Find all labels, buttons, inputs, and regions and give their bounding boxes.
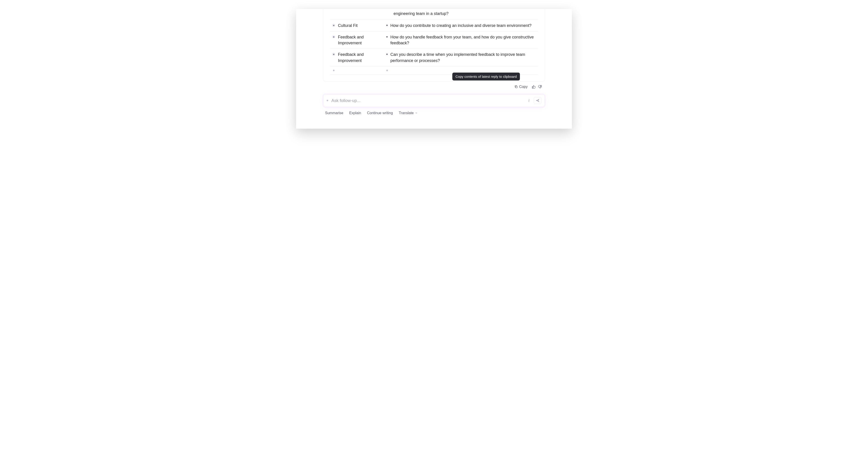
input-bullet-icon bbox=[327, 100, 328, 101]
truncated-preceding-text: engineering team in a startup? bbox=[330, 9, 538, 20]
table-row: Feedback and ImprovementHow do you handl… bbox=[330, 31, 538, 49]
followup-input-row: i bbox=[323, 94, 545, 107]
category-cell: Feedback and Improvement bbox=[330, 49, 384, 66]
question-text: How do you contribute to creating an inc… bbox=[391, 23, 536, 29]
question-cell: How do you contribute to creating an inc… bbox=[384, 20, 538, 31]
question-cell: Can you describe a time when you impleme… bbox=[384, 49, 538, 66]
question-text: How do you handle feedback from your tea… bbox=[391, 34, 536, 46]
bullet-icon bbox=[332, 24, 335, 27]
copy-tooltip: Copy contents of latest reply to clipboa… bbox=[452, 72, 520, 81]
suggestion-summarise[interactable]: Summarise bbox=[325, 111, 343, 115]
chevron-down-icon bbox=[415, 112, 417, 114]
question-text: Can you describe a time when you impleme… bbox=[391, 52, 536, 63]
reply-actions: Copy contents of latest reply to clipboa… bbox=[323, 82, 545, 89]
bullet-icon bbox=[386, 25, 388, 26]
bullet-icon bbox=[386, 36, 388, 37]
suggestion-translate-label: Translate bbox=[399, 111, 414, 115]
italic-info-button[interactable]: i bbox=[525, 97, 533, 104]
category-text: Cultural Fit bbox=[338, 23, 383, 29]
category-cell bbox=[330, 66, 384, 74]
suggestion-row: Summarise Explain Continue writing Trans… bbox=[323, 107, 545, 115]
svg-rect-0 bbox=[516, 86, 518, 88]
feedback-group bbox=[532, 85, 542, 89]
bullet-icon bbox=[386, 54, 388, 55]
category-text: Feedback and Improvement bbox=[338, 34, 383, 46]
table-row: Feedback and ImprovementCan you describe… bbox=[330, 49, 538, 66]
bullet-icon bbox=[333, 70, 335, 71]
input-action-icons: i bbox=[525, 97, 541, 104]
suggestion-translate[interactable]: Translate bbox=[399, 111, 417, 115]
category-cell: Cultural Fit bbox=[330, 20, 384, 31]
thumbs-up-button[interactable] bbox=[532, 85, 536, 89]
copy-icon bbox=[515, 85, 518, 88]
reply-card: engineering team in a startup? Cultural … bbox=[323, 9, 545, 82]
bullet-icon bbox=[386, 70, 388, 71]
app-window: engineering team in a startup? Cultural … bbox=[296, 9, 572, 129]
bullet-icon bbox=[332, 35, 335, 38]
bullet-icon bbox=[332, 53, 335, 56]
followup-input[interactable] bbox=[331, 98, 522, 103]
send-button[interactable] bbox=[534, 97, 541, 104]
copy-label: Copy bbox=[519, 85, 528, 89]
questions-table: Cultural FitHow do you contribute to cre… bbox=[330, 20, 538, 74]
category-text: Feedback and Improvement bbox=[338, 52, 383, 63]
suggestion-continue[interactable]: Continue writing bbox=[367, 111, 393, 115]
category-cell: Feedback and Improvement bbox=[330, 31, 384, 49]
table-row: Cultural FitHow do you contribute to cre… bbox=[330, 20, 538, 31]
suggestion-explain[interactable]: Explain bbox=[349, 111, 361, 115]
content-area: engineering team in a startup? Cultural … bbox=[296, 9, 572, 115]
copy-button[interactable]: Copy bbox=[515, 85, 528, 89]
thumbs-down-button[interactable] bbox=[538, 85, 542, 89]
question-cell: How do you handle feedback from your tea… bbox=[384, 31, 538, 49]
